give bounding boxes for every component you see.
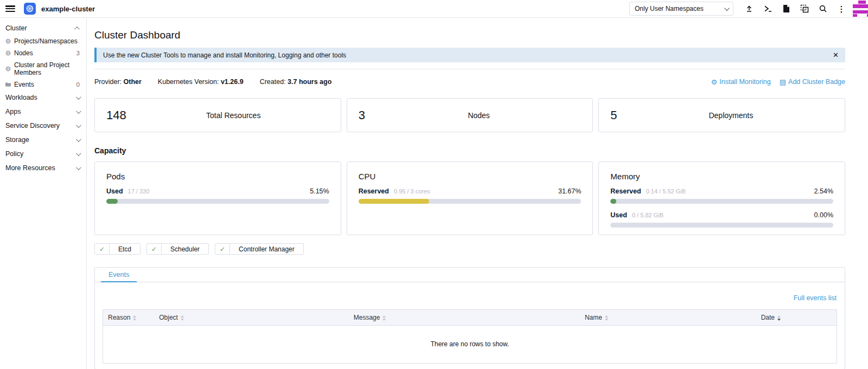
members-icon bbox=[5, 66, 11, 72]
add-cluster-badge-link[interactable]: ▤ Add Cluster Badge bbox=[780, 78, 845, 86]
user-avatar[interactable] bbox=[853, 1, 868, 17]
sidebar-item-label: Events bbox=[14, 81, 34, 88]
folder-icon bbox=[5, 82, 11, 87]
sort-icon bbox=[181, 315, 184, 321]
gauge-percent: 5.15% bbox=[310, 187, 329, 195]
install-monitoring-link[interactable]: ⚙ Install Monitoring bbox=[711, 78, 771, 86]
column-header-name[interactable]: Name bbox=[580, 310, 756, 326]
tab-events[interactable]: Events bbox=[101, 268, 137, 282]
page-title: Cluster Dashboard bbox=[94, 29, 845, 41]
sidebar-group-cluster[interactable]: Cluster bbox=[0, 21, 86, 35]
sidebar-group-service-discovery[interactable]: Service Discovery bbox=[0, 119, 86, 133]
sidebar-group-apps[interactable]: Apps bbox=[0, 105, 86, 119]
gauge-label: Used bbox=[106, 187, 123, 195]
stat-label: Deployments bbox=[617, 111, 845, 120]
hamburger-menu-icon[interactable] bbox=[5, 5, 15, 12]
sort-icon bbox=[605, 315, 608, 321]
column-header-object[interactable]: Object bbox=[154, 310, 349, 326]
events-panel: Events Full events list Reason Object Me… bbox=[94, 267, 845, 369]
gauge-label: Reserved bbox=[359, 187, 389, 195]
import-yaml-icon[interactable] bbox=[740, 2, 758, 16]
namespace-filter-dropdown[interactable]: Only User Namespaces bbox=[629, 2, 733, 16]
stats-row: 148 Total Resources 3 Nodes 5 Deployment… bbox=[94, 98, 845, 132]
sidebar-item-nodes[interactable]: Nodes 3 bbox=[0, 47, 86, 59]
stat-card-total-resources: 148 Total Resources bbox=[94, 98, 341, 132]
cluster-tools-banner: Use the new Cluster Tools to manage and … bbox=[94, 48, 845, 62]
chevron-up-icon bbox=[74, 26, 80, 31]
column-header-date[interactable]: Date bbox=[756, 310, 837, 326]
sidebar-group-storage[interactable]: Storage bbox=[0, 133, 86, 147]
chevron-down-icon bbox=[76, 151, 81, 156]
sort-icon-active bbox=[777, 315, 781, 321]
sort-icon bbox=[382, 315, 386, 321]
cluster-name: example-cluster bbox=[41, 5, 95, 13]
created-meta: Created: 3.7 hours ago bbox=[260, 78, 332, 86]
search-icon[interactable] bbox=[814, 2, 832, 16]
gauge-detail: 0.95 / 3 cores bbox=[394, 188, 430, 195]
status-pill-scheduler: ✓ Scheduler bbox=[146, 243, 209, 255]
status-pill-etcd: ✓ Etcd bbox=[94, 243, 141, 255]
chevron-down-icon bbox=[76, 108, 81, 114]
sidebar-group-label: Service Discovery bbox=[5, 122, 60, 130]
stat-card-deployments: 5 Deployments bbox=[598, 98, 845, 132]
sidebar-group-workloads[interactable]: Workloads bbox=[0, 90, 86, 105]
sidebar-group-policy[interactable]: Policy bbox=[0, 147, 86, 161]
sidebar-item-label: Projects/Namespaces bbox=[14, 37, 78, 45]
gauge-percent: 0.00% bbox=[814, 211, 833, 219]
events-tab-row: Events bbox=[95, 268, 845, 282]
sort-icon bbox=[133, 315, 136, 321]
badge-icon: ▤ bbox=[780, 79, 786, 86]
sidebar-item-cluster-project-members[interactable]: Cluster and Project Members bbox=[0, 59, 86, 79]
provider-meta: Provider: Other bbox=[94, 78, 142, 86]
table-header-row: Reason Object Message Name Date bbox=[103, 310, 837, 326]
kubernetes-logo-icon bbox=[24, 3, 36, 15]
download-kubeconfig-icon[interactable] bbox=[777, 2, 795, 16]
cluster-meta-row: Provider: Other Kubernetes Version: v1.2… bbox=[94, 78, 845, 86]
sidebar-group-label: Apps bbox=[5, 108, 21, 115]
events-table: Reason Object Message Name Date There ar… bbox=[103, 309, 837, 364]
banner-text: Use the new Cluster Tools to manage and … bbox=[103, 51, 346, 59]
column-header-message[interactable]: Message bbox=[349, 310, 580, 326]
close-icon[interactable]: ✕ bbox=[833, 51, 839, 59]
cpu-reserved-bar bbox=[359, 199, 582, 204]
chevron-down-icon bbox=[76, 94, 81, 100]
gauge-label: Used bbox=[610, 211, 627, 219]
sidebar-group-more-resources[interactable]: More Resources bbox=[0, 161, 86, 175]
gauge-percent: 2.54% bbox=[814, 187, 833, 195]
stat-label: Total Resources bbox=[126, 111, 341, 120]
namespace-filter-value: Only User Namespaces bbox=[635, 5, 704, 12]
chevron-down-icon bbox=[724, 5, 730, 11]
chevron-down-icon bbox=[76, 165, 81, 170]
empty-state-message: There are no rows to show. bbox=[103, 326, 837, 364]
sidebar-group-label: Storage bbox=[5, 136, 29, 144]
capacity-card-title: Memory bbox=[610, 172, 833, 181]
sidebar-item-label: Cluster and Project Members bbox=[14, 61, 80, 76]
namespace-icon bbox=[5, 38, 11, 44]
stat-card-nodes: 3 Nodes bbox=[347, 98, 593, 132]
check-icon: ✓ bbox=[215, 244, 230, 254]
top-bar: example-cluster Only User Namespaces ⋮ bbox=[0, 0, 868, 18]
sidebar-group-label: Policy bbox=[5, 150, 23, 158]
gear-icon: ⚙ bbox=[711, 79, 718, 86]
gauge-detail: 0 / 5.82 GiB bbox=[632, 212, 663, 218]
stat-value: 3 bbox=[359, 108, 365, 122]
gauge-detail: 0.14 / 5.52 GiB bbox=[646, 188, 686, 195]
sidebar-group-label: Workloads bbox=[5, 94, 37, 101]
full-events-list-link[interactable]: Full events list bbox=[794, 294, 837, 302]
capacity-heading: Capacity bbox=[94, 146, 845, 155]
empty-state-row: There are no rows to show. bbox=[103, 326, 837, 364]
sidebar-group-label: More Resources bbox=[5, 164, 55, 172]
sidebar-item-events[interactable]: Events 0 bbox=[0, 79, 86, 90]
sidebar-item-count: 3 bbox=[76, 50, 80, 56]
kebab-menu-icon[interactable]: ⋮ bbox=[832, 2, 851, 16]
column-header-reason[interactable]: Reason bbox=[103, 310, 155, 326]
copy-kubeconfig-icon[interactable] bbox=[795, 2, 814, 16]
sidebar-item-projects-namespaces[interactable]: Projects/Namespaces bbox=[0, 35, 86, 47]
kubectl-shell-icon[interactable] bbox=[758, 2, 777, 16]
node-icon bbox=[5, 50, 11, 56]
check-icon: ✓ bbox=[95, 244, 110, 254]
sidebar-nav: Cluster Projects/Namespaces Nodes 3 Clus… bbox=[0, 18, 87, 369]
stat-label: Nodes bbox=[365, 111, 592, 120]
main-content: Cluster Dashboard Use the new Cluster To… bbox=[87, 18, 868, 369]
gauge-label: Reserved bbox=[610, 187, 641, 195]
